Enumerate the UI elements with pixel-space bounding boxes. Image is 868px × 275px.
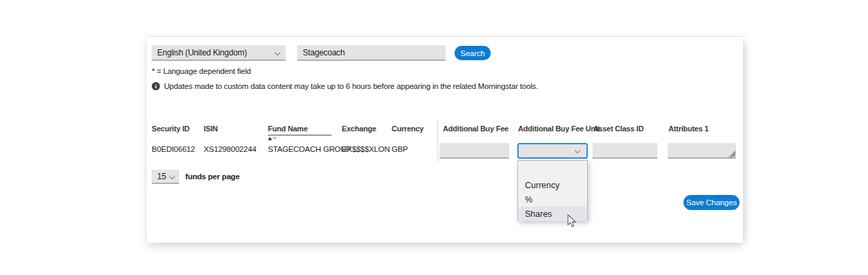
chevron-down-icon	[169, 174, 175, 179]
chevron-down-icon	[275, 50, 280, 55]
additional-buy-fee-input[interactable]	[439, 143, 509, 159]
unit-option-currency[interactable]: Currency	[518, 178, 587, 192]
language-dependent-note: * = Language dependent field	[152, 67, 251, 75]
column-header-security-id: Security ID	[152, 125, 189, 133]
sort-asc-icon[interactable]	[268, 137, 272, 140]
search-button[interactable]: Search	[455, 46, 491, 60]
column-header-asset-class-id: Asset Class ID	[593, 125, 644, 133]
row-security-id: B0EDI06612	[152, 145, 195, 153]
unit-dropdown-panel: Currency % Shares	[517, 160, 588, 221]
additional-buy-fee-unit-select[interactable]	[517, 143, 588, 159]
column-header-isin: ISIN	[204, 125, 218, 133]
save-changes-button[interactable]: Save Changes	[683, 195, 740, 210]
asset-class-id-input[interactable]	[593, 143, 657, 159]
column-header-currency: Currency	[392, 125, 424, 133]
unit-option-shares[interactable]: Shares	[518, 207, 587, 221]
unit-option-blank[interactable]	[518, 161, 587, 178]
info-icon: i	[152, 82, 160, 90]
language-select-value: English (United Kingdom)	[157, 48, 247, 57]
row-isin: XS1298002244	[204, 145, 256, 153]
funds-per-page-label: funds per page	[185, 172, 240, 181]
column-header-additional-buy-fee: Additional Buy Fee	[443, 125, 508, 133]
update-info-row: i Updates made to custom data content ma…	[152, 82, 538, 90]
resize-handle-icon[interactable]	[727, 150, 735, 158]
language-select[interactable]: English (United Kingdom)	[152, 45, 286, 61]
column-header-exchange: Exchange	[342, 125, 376, 133]
row-exchange: EX$$$$XLON	[342, 145, 390, 153]
update-info-text: Updates made to custom data content may …	[164, 82, 538, 90]
search-input[interactable]	[297, 45, 446, 61]
column-header-fund-name[interactable]: Fund Name	[268, 125, 331, 135]
column-header-attributes-1: Attributes 1	[668, 125, 709, 133]
column-header-additional-buy-fee-unit: Additional Buy Fee Unit	[518, 125, 599, 133]
frozen-columns-divider	[437, 120, 438, 162]
row-currency: GBP	[392, 145, 408, 153]
attributes-1-textarea[interactable]	[668, 143, 736, 159]
sort-desc-icon[interactable]	[273, 137, 277, 140]
page-size-select[interactable]: 15	[152, 170, 179, 184]
unit-option-percent[interactable]: %	[518, 192, 587, 207]
content-panel: English (United Kingdom) Search * = Lang…	[147, 36, 743, 243]
chevron-down-icon	[575, 148, 580, 153]
page-size-value: 15	[157, 172, 166, 181]
page: English (United Kingdom) Search * = Lang…	[0, 0, 868, 275]
sort-control[interactable]	[268, 137, 277, 140]
